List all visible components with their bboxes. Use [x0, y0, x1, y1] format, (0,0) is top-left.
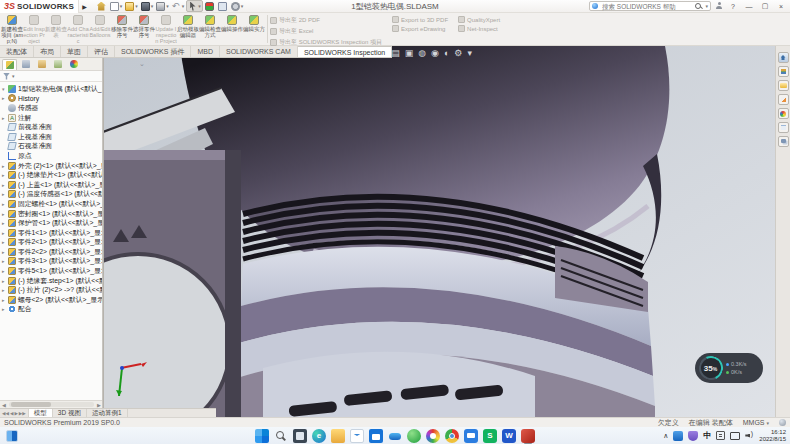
- tab-nav-arrow-icon[interactable]: ▶: [14, 411, 17, 416]
- solidworks-resources-icon[interactable]: [778, 52, 789, 63]
- edit-inspection-project-button[interactable]: Edit Inspection Project: [23, 13, 45, 45]
- tree-item[interactable]: 上视基准面: [0, 132, 102, 142]
- tree-item[interactable]: 传感器: [0, 103, 102, 113]
- edit-operation-button[interactable]: 编辑操作: [221, 13, 243, 45]
- tab-3d-views[interactable]: 3D 视图: [53, 409, 87, 417]
- launch-template-editor-button[interactable]: 启动模板编辑器: [177, 13, 199, 45]
- tab-nav-arrow-icon[interactable]: ▶▶: [19, 411, 26, 416]
- scroll-right-icon[interactable]: ▶: [95, 402, 103, 408]
- ring-browser[interactable]: [426, 429, 440, 443]
- tag-globe-icon[interactable]: [779, 419, 786, 426]
- unit-system[interactable]: MMGS ▾: [743, 419, 769, 426]
- tab-nav-arrow-icon[interactable]: ◀: [10, 411, 13, 416]
- user-account-icon[interactable]: [715, 2, 723, 10]
- minimize-button[interactable]: —: [743, 3, 755, 10]
- graphics-viewport-3d[interactable]: ⌖ ⊞ ◪ ▤ ▣ ◍ ◉ ◐ ⚙ ▾ ⌄ 35%: [103, 46, 775, 417]
- solidworks-forum-icon[interactable]: [778, 136, 789, 147]
- restore-button[interactable]: ▢: [759, 2, 771, 10]
- tab-sketch[interactable]: 草图: [61, 46, 88, 57]
- tree-item[interactable]: ▸ (-) 温度传感器<1> (默认<<默认>_: [0, 190, 102, 200]
- file-explorer[interactable]: [331, 429, 345, 443]
- tab-cam[interactable]: SOLIDWORKS CAM: [220, 46, 298, 57]
- export-menu-item[interactable]: QualityXpert: [458, 16, 500, 23]
- tree-item[interactable]: ▸ 保护管<1> (默认<<默认>_显示状: [0, 218, 102, 228]
- help-search-box[interactable]: ▾: [589, 1, 711, 11]
- export-menu-item[interactable]: 导出至 Excel: [270, 27, 382, 36]
- remove-balloons-button[interactable]: 移除零件序号: [111, 13, 133, 45]
- tab-assembly[interactable]: 装配体: [0, 46, 34, 57]
- network-display-icon[interactable]: [730, 432, 740, 440]
- tree-item[interactable]: ▸ 零件1<1> (默认<<默认>_显示状态: [0, 228, 102, 238]
- home-button[interactable]: [96, 0, 108, 12]
- search-magnifier-icon[interactable]: [695, 3, 702, 10]
- mail-app[interactable]: [350, 429, 364, 443]
- annotation-view-icon[interactable]: ▤: [391, 48, 400, 58]
- save-button[interactable]: ▾: [140, 0, 155, 12]
- chrome-browser[interactable]: [445, 429, 459, 443]
- update-inspection-project-button[interactable]: Update Inspection Project: [155, 13, 177, 45]
- custom-properties-icon[interactable]: [778, 122, 789, 133]
- view-settings-icon[interactable]: ▾: [467, 48, 472, 58]
- view-palette-icon[interactable]: [778, 94, 789, 105]
- tree-horizontal-scrollbar[interactable]: ◀ ▶: [0, 400, 103, 408]
- rebuild-button[interactable]: [204, 0, 216, 12]
- print-button[interactable]: ▾: [155, 0, 170, 12]
- search-input[interactable]: [600, 2, 693, 11]
- new-inspection-project-button[interactable]: 新建检查项目 (amp;N): [1, 13, 23, 45]
- scroll-thumb[interactable]: [11, 402, 51, 407]
- open-button[interactable]: ▾: [124, 0, 139, 12]
- tree-item[interactable]: ▸ History: [0, 94, 102, 104]
- tree-item[interactable]: ▸ 配合: [0, 305, 102, 315]
- export-menu-item[interactable]: Net-Inspect: [458, 25, 500, 32]
- onedrive[interactable]: [388, 429, 402, 443]
- new-inspection-sheet-button[interactable]: 新建检查表: [45, 13, 67, 45]
- displaymanager-tab[interactable]: [66, 59, 81, 70]
- export-menu-item[interactable]: Export to 3D PDF: [392, 16, 448, 23]
- taskbar-clock[interactable]: 16:12 2022/8/15: [759, 429, 786, 443]
- scroll-left-icon[interactable]: ◀: [0, 402, 8, 408]
- tree-item[interactable]: ▸ 零件3<1> (默认<<默认>_显示状态: [0, 257, 102, 267]
- tree-item[interactable]: ▸ 零件2<2> (默认<<默认>_显示状态: [0, 247, 102, 257]
- file-properties-button[interactable]: [217, 0, 229, 12]
- select-balloons-button[interactable]: 选择零件序号: [133, 13, 155, 45]
- performance-overlay-widget[interactable]: 35% 0.3K/s 0K/s: [695, 353, 763, 383]
- search-button[interactable]: [274, 429, 288, 443]
- solidworks-app[interactable]: [521, 429, 535, 443]
- edit-inspection-method-button[interactable]: 编辑检查方式: [199, 13, 221, 45]
- appearances-scenes-icon[interactable]: [778, 108, 789, 119]
- tree-item[interactable]: ▸ (-) 绝缘套.step<1> (默认<<默认>: [0, 276, 102, 286]
- tree-item[interactable]: ▸ 外壳 (2)<1> (默认<<默认>_显示状: [0, 161, 102, 171]
- volume-icon[interactable]: [745, 431, 754, 440]
- featuremanager-tree-tab[interactable]: [2, 59, 17, 70]
- tab-inspection[interactable]: SOLIDWORKS Inspection: [298, 46, 392, 57]
- edge-browser[interactable]: e: [312, 429, 326, 443]
- app-s[interactable]: S: [483, 429, 497, 443]
- new-file-button[interactable]: ▾: [109, 0, 124, 12]
- tree-item[interactable]: ▸ 固定螺栓<1> (默认<<默认>_显示: [0, 199, 102, 209]
- file-explorer-icon[interactable]: [778, 80, 789, 91]
- ime-language-button[interactable]: 中: [703, 430, 711, 441]
- ime-mode-icon[interactable]: [716, 431, 725, 440]
- tree-filter-row[interactable]: ▾: [0, 71, 102, 82]
- security-shield-icon[interactable]: [688, 431, 698, 441]
- tree-item[interactable]: 前视基准面: [0, 122, 102, 132]
- display-style-icon[interactable]: ◍: [418, 48, 426, 58]
- tree-item[interactable]: ▸ 密封圈<1> (默认<<默认>_显示状: [0, 209, 102, 219]
- options-button[interactable]: ▾: [230, 0, 245, 12]
- tree-item[interactable]: 原点: [0, 151, 102, 161]
- export-menu-item[interactable]: Export eDrawing: [392, 25, 448, 32]
- export-menu-item[interactable]: 导出至 2D PDF: [270, 16, 382, 25]
- microsoft-store[interactable]: [369, 429, 383, 443]
- tree-item[interactable]: ▸ (-) 绝缘垫片<1> (默认<<默认>_显: [0, 170, 102, 180]
- hide-show-items-icon[interactable]: ◉: [431, 48, 439, 58]
- widgets-icon[interactable]: [6, 430, 18, 442]
- translator-tray-icon[interactable]: [673, 431, 683, 441]
- tree-item[interactable]: ▸ 螺母<2> (默认<<默认>_显示状态: [0, 295, 102, 305]
- close-button[interactable]: ×: [775, 3, 787, 10]
- edit-appearance-icon[interactable]: ◐: [444, 48, 449, 58]
- task-view-button[interactable]: [293, 429, 307, 443]
- pc-manager[interactable]: [464, 429, 478, 443]
- help-button[interactable]: ?: [727, 3, 739, 10]
- tab-nav-arrow-icon[interactable]: ◀◀: [2, 411, 9, 416]
- panel-splitter[interactable]: [103, 46, 104, 417]
